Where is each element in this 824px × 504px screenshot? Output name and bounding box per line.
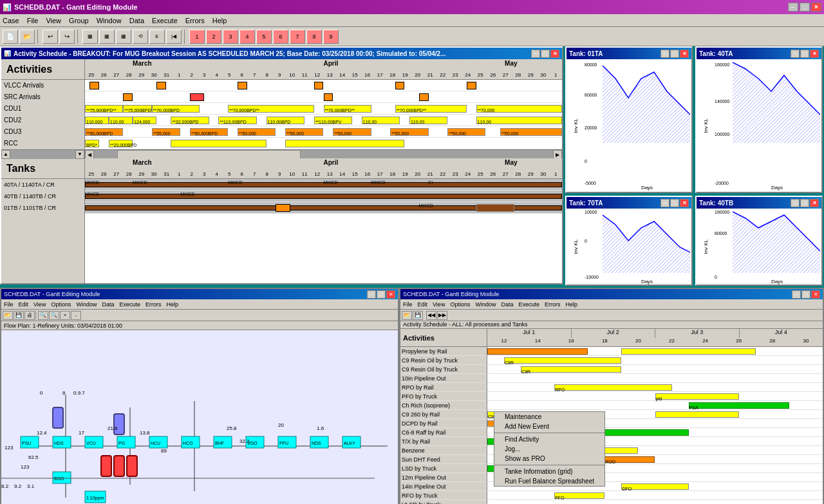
vlcc-bar-3[interactable] xyxy=(238,82,247,89)
vlcc-bar-5[interactable] xyxy=(395,82,405,89)
flow-menu-data[interactable]: Data xyxy=(102,301,114,308)
toolbar-n8[interactable]: 8 xyxy=(306,30,322,44)
cdu1-bar-7[interactable]: **70,000 xyxy=(476,105,562,113)
toolbar-b5[interactable]: E xyxy=(149,30,165,44)
rcc-bar-1[interactable]: BPD* xyxy=(85,140,99,147)
flow-tb2[interactable]: 💾 xyxy=(14,311,24,320)
cylinder-2[interactable] xyxy=(114,414,124,434)
tank70ta-min[interactable]: ─ xyxy=(660,199,670,207)
tank40tb-min[interactable]: ─ xyxy=(791,199,800,207)
cdu2-bar-2[interactable]: 110,00 xyxy=(109,117,133,124)
tank40ta-close[interactable]: ✕ xyxy=(810,50,819,58)
scroll-down[interactable]: ▼ xyxy=(75,150,84,159)
cdu3-bar-1[interactable]: **50,000BPD xyxy=(85,128,123,136)
cdu2-bar-10[interactable]: 110,00 xyxy=(476,117,562,124)
menu-execute[interactable]: Execute xyxy=(152,17,178,24)
maximize-button[interactable]: □ xyxy=(800,3,810,12)
flow-menu-errors[interactable]: Errors xyxy=(145,301,162,308)
rg-tb1[interactable]: 📂 xyxy=(402,311,412,320)
menu-errors[interactable]: Errors xyxy=(185,17,205,24)
cdu3-bar-5[interactable]: **50,000 xyxy=(285,128,323,136)
tank01tb-bar2[interactable] xyxy=(476,204,514,212)
cdu2-bar-5[interactable]: **110,00BPD xyxy=(218,117,256,124)
cylinder-red-3[interactable] xyxy=(127,456,137,476)
tank01ta-close[interactable]: ✕ xyxy=(680,50,689,58)
ctx-maintenance[interactable]: Maintenance xyxy=(494,412,604,422)
menu-file[interactable]: File xyxy=(27,17,39,24)
gantt-minimize[interactable]: ─ xyxy=(531,50,540,58)
rg-menu-view[interactable]: View xyxy=(433,301,445,308)
cdu2-bar-3[interactable]: 124,000 xyxy=(133,117,156,124)
rg-menu-help[interactable]: Help xyxy=(565,301,577,308)
rg-bar-2[interactable]: C9R xyxy=(521,366,621,373)
toolbar-n1[interactable]: 1 xyxy=(189,30,205,44)
toolbar-n4[interactable]: 4 xyxy=(239,30,255,44)
ctx-jog[interactable]: Jog... xyxy=(494,444,604,454)
v-scroll-activities[interactable]: ▲ ▼ xyxy=(1,149,84,158)
cdu2-bar-7[interactable]: **110,00BPV xyxy=(314,117,352,124)
tank70ta-close[interactable]: ✕ xyxy=(680,199,689,207)
flow-tb6[interactable]: + xyxy=(60,311,70,320)
cdu2-bar-4[interactable]: **32,000BPD xyxy=(171,117,209,124)
tank01ta-min[interactable]: ─ xyxy=(660,50,670,58)
cdu1-bar-2[interactable]: **75,000BPD** xyxy=(123,105,151,113)
ctx-find[interactable]: Find Activity xyxy=(494,434,604,444)
cdu2-bar-8[interactable]: 110,00 xyxy=(362,117,400,124)
toolbar-b1[interactable]: ▦ xyxy=(82,30,98,44)
toolbar-b2[interactable]: ▦ xyxy=(99,30,115,44)
rg-tb2[interactable]: 💾 xyxy=(413,311,423,320)
toolbar-b3[interactable]: ▦ xyxy=(116,30,131,44)
flow-tb7[interactable]: - xyxy=(71,311,81,320)
flow-min[interactable]: ─ xyxy=(367,290,376,299)
flow-tb4[interactable]: 🔍 xyxy=(38,311,48,320)
rcc-bar-3[interactable] xyxy=(171,140,266,147)
toolbar-n3[interactable]: 3 xyxy=(223,30,238,44)
cdu3-bar-7[interactable]: **50,000 xyxy=(390,128,428,136)
rg-bar-16[interactable]: PFO xyxy=(554,492,604,499)
flow-tb3[interactable]: 🖨 xyxy=(24,311,35,320)
tank40tb-max[interactable]: □ xyxy=(800,199,809,207)
rcc-bar-2[interactable]: **20,000BPD xyxy=(109,140,133,147)
flow-menu-window[interactable]: Window xyxy=(76,301,97,308)
toolbar-n7[interactable]: 7 xyxy=(290,30,305,44)
toolbar-redo[interactable]: ↪ xyxy=(59,30,75,44)
scroll-up[interactable]: ▲ xyxy=(1,150,10,159)
cylinder-red-2[interactable] xyxy=(114,456,124,476)
ctx-fuel-balance[interactable]: Run Fuel Balance Spreadsheet xyxy=(494,476,604,486)
cdu1-bar-1[interactable]: **75,000BPD** xyxy=(85,105,123,113)
menu-help[interactable]: Help xyxy=(212,17,227,24)
tank40tb-close[interactable]: ✕ xyxy=(810,199,819,207)
toolbar-n9[interactable]: 9 xyxy=(323,30,339,44)
rg-menu-data[interactable]: Data xyxy=(501,301,513,308)
cylinder-1[interactable] xyxy=(53,407,63,428)
rg-bar-6[interactable]: PSA xyxy=(689,402,789,409)
menu-window[interactable]: Window xyxy=(97,17,122,24)
gantt-close[interactable]: ✕ xyxy=(550,50,559,58)
flow-menu-edit[interactable]: Edit xyxy=(19,301,29,308)
rg-menu-window[interactable]: Window xyxy=(475,301,496,308)
rg-close[interactable]: ✕ xyxy=(811,290,820,299)
rg-menu-options[interactable]: Options xyxy=(450,301,470,308)
flow-menu-help[interactable]: Help xyxy=(166,301,178,308)
tank40ta-max[interactable]: □ xyxy=(800,50,809,58)
menu-case[interactable]: Case xyxy=(3,17,19,24)
gantt-maximize[interactable]: □ xyxy=(541,50,550,58)
rg-tb3[interactable]: ◀◀ xyxy=(426,311,436,320)
toolbar-b4[interactable]: ⟲ xyxy=(133,30,148,44)
close-button[interactable]: ✕ xyxy=(811,3,821,12)
flow-menu-view[interactable]: View xyxy=(33,301,46,308)
menu-view[interactable]: View xyxy=(46,17,61,24)
rg-bar-7b[interactable] xyxy=(655,411,739,418)
rg-tb4[interactable]: ▶▶ xyxy=(437,311,447,320)
flow-tb5[interactable]: 🔍 xyxy=(49,311,59,320)
minimize-button[interactable]: ─ xyxy=(788,3,798,12)
cdu2-bar-6[interactable]: 110,00BPD xyxy=(267,117,304,124)
hscroll-thumb[interactable] xyxy=(117,150,301,159)
rg-bar-0-2[interactable] xyxy=(621,348,755,355)
hscroll-track[interactable] xyxy=(94,150,553,159)
cdu1-bar-5[interactable]: **70,000BPD** xyxy=(324,105,371,113)
rg-bar-0-1[interactable] xyxy=(487,348,588,355)
cdu1-bar-3[interactable]: **70,000BPD xyxy=(152,105,200,113)
vlcc-bar-2[interactable] xyxy=(156,82,166,89)
cdu1-bar-4[interactable]: **70,000BPD** xyxy=(228,105,314,113)
